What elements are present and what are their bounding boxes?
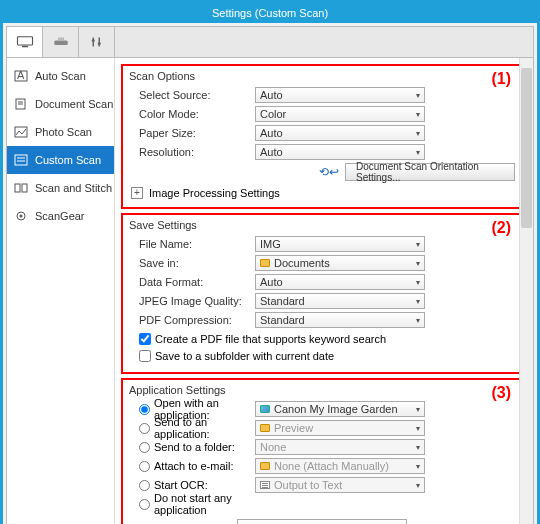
open-with-app-combo[interactable]: Canon My Image Garden▾ — [255, 401, 425, 417]
chevron-down-icon: ▾ — [416, 481, 420, 490]
data-format-combo[interactable]: Auto▾ — [255, 274, 425, 290]
chevron-down-icon: ▾ — [416, 424, 420, 433]
svg-rect-13 — [15, 127, 27, 137]
sidebar-item-document-scan[interactable]: Document Scan — [7, 90, 114, 118]
send-to-folder-radio[interactable] — [139, 442, 150, 453]
application-settings-title: Application Settings — [129, 384, 515, 396]
send-to-app-label: Send to an application: — [154, 416, 255, 440]
file-name-combo[interactable]: IMG▾ — [255, 236, 425, 252]
sidebar-item-label: Document Scan — [35, 98, 113, 110]
sidebar-item-label: ScanGear — [35, 210, 85, 222]
sidebar-item-photo-scan[interactable]: Photo Scan — [7, 118, 114, 146]
tab-tools[interactable] — [79, 27, 115, 57]
data-format-label: Data Format: — [129, 276, 255, 288]
sidebar-item-scan-stitch[interactable]: Scan and Stitch — [7, 174, 114, 202]
subfolder-date-checkbox[interactable] — [139, 350, 151, 362]
folder-icon — [260, 259, 270, 267]
resolution-label: Resolution: — [129, 146, 255, 158]
photo-icon — [13, 125, 29, 139]
resolution-combo[interactable]: Auto▾ — [255, 144, 425, 160]
window-title: Settings (Custom Scan) — [3, 3, 537, 23]
sidebar-item-label: Auto Scan — [35, 70, 86, 82]
chevron-down-icon: ▾ — [416, 129, 420, 138]
start-ocr-radio[interactable] — [139, 480, 150, 491]
scan-options-section: (1) Scan Options Select Source: Auto▾ Co… — [121, 64, 523, 209]
chevron-down-icon: ▾ — [416, 259, 420, 268]
do-not-start-label: Do not start any application — [154, 492, 255, 516]
image-processing-label: Image Processing Settings — [149, 187, 280, 199]
sidebar-item-scangear[interactable]: ScanGear — [7, 202, 114, 230]
svg-rect-14 — [15, 155, 27, 165]
keyword-search-checkbox[interactable] — [139, 333, 151, 345]
vertical-scrollbar[interactable] — [519, 58, 533, 524]
scangear-icon — [13, 209, 29, 223]
select-source-combo[interactable]: Auto▾ — [255, 87, 425, 103]
attach-email-combo[interactable]: None (Attach Manually)▾ — [255, 458, 425, 474]
refresh-link-icon[interactable]: ⟲↩ — [319, 165, 339, 179]
more-functions-button[interactable]: More Functions — [237, 519, 407, 524]
scan-options-title: Scan Options — [129, 70, 515, 82]
plus-icon: + — [131, 187, 143, 199]
auto-scan-icon: A — [13, 69, 29, 83]
file-name-label: File Name: — [129, 238, 255, 250]
attach-email-radio[interactable] — [139, 461, 150, 472]
chevron-down-icon: ▾ — [416, 443, 420, 452]
svg-point-7 — [97, 42, 100, 45]
monitor-icon — [16, 35, 34, 49]
sidebar-item-custom-scan[interactable]: Custom Scan — [7, 146, 114, 174]
orientation-settings-button[interactable]: Document Scan Orientation Settings... — [345, 163, 515, 181]
text-icon — [260, 481, 270, 489]
save-settings-title: Save Settings — [129, 219, 515, 231]
chevron-down-icon: ▾ — [416, 110, 420, 119]
document-icon — [13, 97, 29, 111]
annotation-1: (1) — [491, 70, 511, 88]
tab-from-computer[interactable] — [7, 27, 43, 57]
color-mode-combo[interactable]: Color▾ — [255, 106, 425, 122]
paper-size-combo[interactable]: Auto▾ — [255, 125, 425, 141]
keyword-search-label: Create a PDF file that supports keyword … — [155, 333, 386, 345]
chevron-down-icon: ▾ — [416, 462, 420, 471]
top-tabs — [6, 26, 534, 58]
sidebar-item-label: Photo Scan — [35, 126, 92, 138]
scrollbar-thumb[interactable] — [521, 68, 532, 228]
do-not-start-radio[interactable] — [139, 499, 150, 510]
app-icon — [260, 405, 270, 413]
svg-rect-1 — [22, 46, 28, 48]
svg-rect-18 — [22, 184, 27, 192]
open-with-app-radio[interactable] — [139, 404, 150, 415]
svg-rect-0 — [17, 37, 32, 45]
svg-point-5 — [91, 39, 94, 42]
sidebar-item-label: Custom Scan — [35, 154, 101, 166]
jpeg-quality-combo[interactable]: Standard▾ — [255, 293, 425, 309]
svg-point-20 — [20, 215, 23, 218]
image-processing-expand[interactable]: + Image Processing Settings — [129, 187, 515, 199]
attach-email-label: Attach to e-mail: — [154, 460, 233, 472]
save-settings-section: (2) Save Settings File Name: IMG▾ Save i… — [121, 213, 523, 374]
start-ocr-combo[interactable]: Output to Text▾ — [255, 477, 425, 493]
scanner-icon — [52, 35, 70, 49]
send-to-folder-label: Send to a folder: — [154, 441, 235, 453]
send-to-app-radio[interactable] — [139, 423, 150, 434]
color-mode-label: Color Mode: — [129, 108, 255, 120]
pdf-compression-label: PDF Compression: — [129, 314, 255, 326]
chevron-down-icon: ▾ — [416, 148, 420, 157]
chevron-down-icon: ▾ — [416, 316, 420, 325]
save-in-combo[interactable]: Documents▾ — [255, 255, 425, 271]
folder-icon — [260, 424, 270, 432]
svg-rect-3 — [58, 38, 64, 41]
sidebar-item-label: Scan and Stitch — [35, 182, 112, 194]
custom-icon — [13, 153, 29, 167]
chevron-down-icon: ▾ — [416, 297, 420, 306]
chevron-down-icon: ▾ — [416, 278, 420, 287]
pdf-compression-combo[interactable]: Standard▾ — [255, 312, 425, 328]
save-in-label: Save in: — [129, 257, 255, 269]
sidebar-item-auto-scan[interactable]: A Auto Scan — [7, 62, 114, 90]
send-to-folder-combo[interactable]: None▾ — [255, 439, 425, 455]
select-source-label: Select Source: — [129, 89, 255, 101]
annotation-3: (3) — [491, 384, 511, 402]
tab-from-scanner[interactable] — [43, 27, 79, 57]
annotation-2: (2) — [491, 219, 511, 237]
send-to-app-combo[interactable]: Preview▾ — [255, 420, 425, 436]
svg-rect-2 — [54, 41, 68, 46]
svg-rect-17 — [15, 184, 20, 192]
